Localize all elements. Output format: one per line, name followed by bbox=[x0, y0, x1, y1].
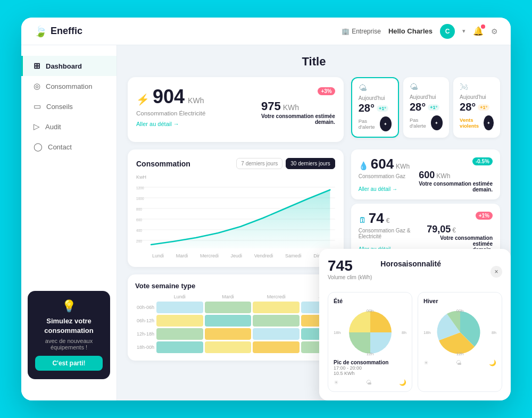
hm-row-label-3: 18h-00h bbox=[135, 345, 154, 350]
weather-footer-2: Vents violents ✦ bbox=[460, 115, 494, 130]
settings-icon[interactable]: ⚙ bbox=[491, 27, 498, 36]
money-unit: € bbox=[386, 217, 390, 224]
electricity-est-value: 975 bbox=[261, 99, 281, 113]
gas-est-unit: KWh bbox=[436, 172, 450, 180]
hm-cell-2-1 bbox=[205, 328, 252, 340]
gas-value: 604 bbox=[371, 156, 394, 172]
x-label-5: Samedi bbox=[285, 253, 302, 258]
weather-temp-badge-0: +1° bbox=[377, 105, 388, 112]
notification-bell[interactable]: 🔔 bbox=[473, 26, 484, 36]
sidebar-item-audit[interactable]: ▷ Audit bbox=[21, 116, 117, 137]
electricity-card: ⚡ 904 KWh Consommation Électricité Aller… bbox=[128, 77, 344, 142]
hm-cell-2-0 bbox=[156, 328, 203, 340]
svg-text:400: 400 bbox=[136, 229, 142, 232]
hm-cell-0-0 bbox=[156, 302, 203, 313]
avatar[interactable]: C bbox=[440, 24, 455, 39]
modal-header: 745 Volume clim (kWh) Horosaisonnalité × bbox=[328, 257, 502, 286]
topbar-right: 🏢 Entreprise Hello Charles C ▾ 🔔 ⚙ bbox=[342, 24, 498, 39]
chevron-down-icon[interactable]: ▾ bbox=[462, 28, 466, 35]
season-title-hiver: Hiver bbox=[423, 298, 496, 304]
sidebar-item-consommation[interactable]: ◎ Consommation bbox=[21, 76, 117, 96]
chart-title: Consommation bbox=[136, 160, 190, 168]
hiver-clock-labels: 00h 8h 12h 18h bbox=[423, 308, 496, 356]
logo-icon: 🍃 bbox=[34, 25, 47, 38]
ete-moon-icon: 🌙 bbox=[399, 379, 406, 386]
logo: 🍃 Eneffic bbox=[34, 25, 82, 38]
hm-cell-3-2 bbox=[253, 341, 300, 353]
weather-footer-0: Pas d'alerte ✦ bbox=[359, 116, 392, 131]
x-label-4: Vendredi bbox=[254, 253, 273, 258]
weather-deco-1: ✦ bbox=[431, 115, 443, 130]
hm-row-label-1: 06h-12h bbox=[135, 318, 154, 323]
notification-badge bbox=[481, 24, 485, 29]
ete-icon-row: ☀ 🌤 🌙 bbox=[334, 379, 406, 386]
modal-close-button[interactable]: × bbox=[491, 266, 502, 278]
electricity-icon: ⚡ bbox=[136, 93, 149, 106]
hm-cell-3-0 bbox=[156, 341, 203, 353]
weather-card-0[interactable]: 🌤 Aujourd'hui 28° +1° Pas d'alerte ✦ bbox=[351, 77, 399, 138]
money-est-unit: € bbox=[452, 227, 456, 234]
chart-tab-30days[interactable]: 30 derniers jours bbox=[286, 158, 335, 169]
electricity-est-highlight: demain. bbox=[315, 119, 335, 125]
season-card-hiver: Hiver 00h 8h 12h bbox=[418, 292, 502, 392]
electricity-detail-link[interactable]: Aller au détail → bbox=[136, 121, 205, 127]
hm-cell-0-2 bbox=[253, 302, 300, 313]
main-content: Title ⚡ 904 KWh Consommation Électricité bbox=[117, 45, 511, 400]
money-icon: 🗓 bbox=[359, 215, 367, 224]
weather-section: 🌤 Aujourd'hui 28° +1° Pas d'alerte ✦ bbox=[351, 77, 500, 142]
entreprise-label: Entreprise bbox=[352, 28, 381, 35]
hm-row-label-0: 00h-06h bbox=[135, 305, 154, 310]
app-name: Eneffic bbox=[51, 26, 82, 37]
weather-temp-0: 28° +1° bbox=[359, 102, 392, 114]
hm-cell-1-1 bbox=[205, 315, 252, 327]
gas-badge: -0.5% bbox=[472, 157, 493, 165]
money-label: Consommation Gaz & Électricité bbox=[359, 228, 427, 239]
horosaisonnalite-modal: 745 Volume clim (kWh) Horosaisonnalité ×… bbox=[319, 249, 511, 400]
weather-label-0: Aujourd'hui bbox=[359, 95, 392, 101]
electricity-value: 904 bbox=[153, 86, 185, 108]
sidebar-item-dashboard[interactable]: ⊞ Dashboard bbox=[21, 56, 117, 76]
weather-card-2[interactable]: 🌬 Aujourd'hui 28° +1° Vents violents ✦ bbox=[453, 77, 500, 138]
weather-temp-2: 28° +1° bbox=[460, 101, 494, 113]
promo-subtitle: avec de nouveaux équipements ! bbox=[35, 338, 103, 350]
ete-sun-icon: ☀ bbox=[334, 379, 339, 386]
hiver-cloud-icon: 🌤 bbox=[456, 360, 462, 366]
sidebar-promo: 💡 Simulez votre consommation avec de nou… bbox=[28, 291, 110, 379]
gas-est-value: 600 bbox=[419, 170, 435, 181]
ete-clock-labels: 00h 8h 12h 18h bbox=[334, 308, 406, 356]
weather-deco-0: ✦ bbox=[380, 116, 392, 131]
hm-cell-3-1 bbox=[205, 341, 252, 353]
gas-card: 💧 604 KWh Consommation Gaz Aller au déta… bbox=[351, 149, 500, 199]
sidebar: ⊞ Dashboard ◎ Consommation ▭ Conseils ▷ … bbox=[21, 45, 117, 400]
chart-tab-7days[interactable]: 7 derniers jours bbox=[236, 158, 282, 169]
weather-label-2: Aujourd'hui bbox=[460, 94, 494, 100]
hiver-sun-icon: ☀ bbox=[423, 360, 429, 366]
svg-text:600: 600 bbox=[136, 218, 142, 222]
x-label-0: Lundi bbox=[152, 253, 164, 258]
sidebar-label-audit: Audit bbox=[45, 123, 61, 131]
conseils-icon: ▭ bbox=[34, 102, 41, 111]
chart-panel: Consommation 7 derniers jours 30 dernier… bbox=[128, 149, 344, 267]
promo-button[interactable]: C'est parti! bbox=[35, 356, 103, 371]
entreprise-selector[interactable]: 🏢 Entreprise bbox=[342, 28, 381, 35]
dashboard-icon: ⊞ bbox=[34, 61, 40, 71]
sidebar-item-contact[interactable]: ◯ Contact bbox=[21, 137, 117, 157]
electricity-est-unit: KWh bbox=[283, 103, 299, 112]
weather-row: 🌤 Aujourd'hui 28° +1° Pas d'alerte ✦ bbox=[351, 77, 500, 138]
sidebar-item-conseils[interactable]: ▭ Conseils bbox=[21, 96, 117, 116]
sidebar-label-conseils: Conseils bbox=[46, 103, 73, 111]
weather-card-1[interactable]: 🌤 Aujourd'hui 28° +1° Pas d'alerte ✦ bbox=[403, 77, 449, 138]
ete-season-info: Pic de consommation 17:00 - 20:00 10.5 K… bbox=[334, 360, 406, 376]
main-layout: ⊞ Dashboard ◎ Consommation ▭ Conseils ▷ … bbox=[21, 45, 511, 400]
heatmap-title: Vote semaine type bbox=[135, 282, 195, 290]
electricity-badge: +3% bbox=[318, 87, 335, 95]
electricity-unit: KWh bbox=[188, 96, 204, 105]
weather-icon-0: 🌤 bbox=[359, 83, 392, 93]
svg-text:1200: 1200 bbox=[136, 186, 144, 190]
gas-detail-link[interactable]: Aller au détail → bbox=[359, 186, 397, 192]
money-badge: +1% bbox=[476, 212, 493, 220]
gas-unit: KWh bbox=[396, 163, 410, 170]
chart-x-labels: Lundi Mardi Mercredi Jeudi Vendredi Same… bbox=[136, 251, 335, 258]
weather-label-1: Aujourd'hui bbox=[410, 94, 443, 100]
topbar: 🍃 Eneffic 🏢 Entreprise Hello Charles C ▾… bbox=[21, 18, 511, 45]
